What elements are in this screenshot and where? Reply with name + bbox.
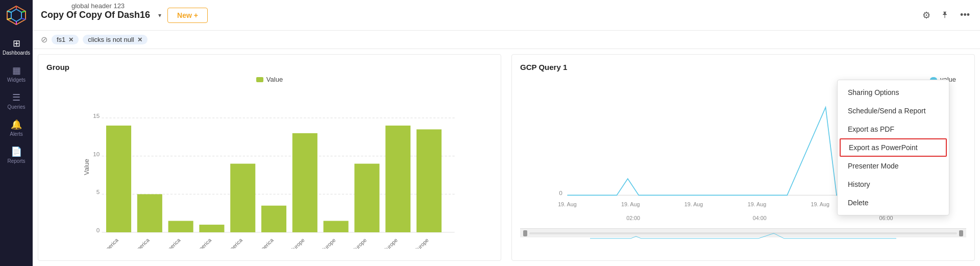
pin-icon: 🖈 <box>941 10 950 20</box>
filter-tag-clicks: clicks is not null ✕ <box>83 35 147 44</box>
svg-text:0: 0 <box>559 189 562 197</box>
title-dropdown-icon[interactable]: ▾ <box>158 12 161 19</box>
header-actions: ⚙ 🖈 ••• <box>920 8 972 23</box>
svg-text:Europe: Europe <box>413 237 430 249</box>
widgets-icon: ▦ <box>12 66 21 75</box>
sidebar-item-dashboards[interactable]: ⊞ Dashboards <box>0 34 33 61</box>
svg-line-4 <box>21 18 26 19</box>
svg-text:19. Aug: 19. Aug <box>558 201 576 207</box>
reports-icon: 📄 <box>11 147 22 156</box>
svg-text:15: 15 <box>93 112 100 119</box>
dropdown-item-sharing-options[interactable]: Sharing Options <box>838 83 949 102</box>
bar-chart-legend: Value <box>46 76 493 83</box>
gear-icon: ⚙ <box>922 10 930 20</box>
more-icon: ••• <box>960 10 970 20</box>
scrollbar-right-handle[interactable] <box>959 230 963 236</box>
bar-7 <box>292 133 317 232</box>
bar-legend-dot <box>256 77 263 82</box>
bar-6 <box>261 206 286 232</box>
sidebar-item-widgets[interactable]: ▦ Widgets <box>0 61 33 88</box>
filter-icon: ⊘ <box>41 35 47 44</box>
chart-panel-group: Group Value Value 0 5 10 15 <box>38 54 501 261</box>
scrollbar-track <box>529 232 957 234</box>
dropdown-item-presenter-mode[interactable]: Presenter Mode <box>838 157 949 175</box>
sidebar-item-label: Alerts <box>10 131 23 137</box>
svg-text:06:00: 06:00 <box>879 215 893 221</box>
filter-tag-clicks-close[interactable]: ✕ <box>137 36 142 43</box>
global-header-text: global header 123 <box>36 2 125 10</box>
sidebar-item-label: Reports <box>7 158 25 164</box>
more-options-button[interactable]: ••• <box>958 8 972 22</box>
svg-text:America: America <box>256 237 275 249</box>
bar-8 <box>324 221 349 232</box>
bar-10 <box>385 126 410 232</box>
filter-tag-fs1-close[interactable]: ✕ <box>68 36 74 43</box>
filter-bar: ⊘ fs1 ✕ clicks is not null ✕ <box>33 31 980 49</box>
line-chart-scrollbar[interactable] <box>520 228 966 237</box>
dropdown-item-delete[interactable]: Delete <box>838 194 949 212</box>
svg-text:Europe: Europe <box>320 237 337 249</box>
new-button[interactable]: New + <box>167 8 208 23</box>
settings-button[interactable]: ⚙ <box>920 8 933 23</box>
svg-text:19. Aug: 19. Aug <box>684 201 703 207</box>
dashboards-icon: ⊞ <box>13 39 20 48</box>
charts-area: Group Value Value 0 5 10 15 <box>33 49 980 266</box>
queries-icon: ☰ <box>12 93 20 102</box>
svg-line-6 <box>7 18 11 19</box>
svg-text:5: 5 <box>96 188 100 195</box>
svg-text:19. Aug: 19. Aug <box>621 201 640 207</box>
sidebar: ⊞ Dashboards ▦ Widgets ☰ Queries 🔔 Alert… <box>0 0 33 266</box>
filter-tag-fs1: fs1 ✕ <box>52 35 79 44</box>
scrollbar-preview <box>529 232 957 240</box>
bar-4 <box>199 225 224 232</box>
bar-9 <box>354 164 379 232</box>
svg-line-7 <box>7 11 11 12</box>
dropdown-item-export-powerpoint[interactable]: Export as PowerPoint <box>840 138 947 157</box>
app-container: ⊞ Dashboards ▦ Widgets ☰ Queries 🔔 Alert… <box>0 0 980 266</box>
filter-tag-fs1-label: fs1 <box>57 36 65 43</box>
bar-chart-container: Value 0 5 10 15 <box>46 85 493 249</box>
dropdown-item-schedule-send[interactable]: Schedule/Send a Report <box>838 102 949 120</box>
dashboard-title: Copy Of Copy Of Dash16 <box>41 10 150 20</box>
scrollbar-left-handle[interactable] <box>523 230 527 236</box>
svg-text:10: 10 <box>93 151 100 157</box>
sidebar-item-label: Queries <box>7 104 25 110</box>
svg-marker-1 <box>11 9 21 21</box>
svg-text:02:00: 02:00 <box>626 215 640 221</box>
svg-text:Europe: Europe <box>382 237 399 249</box>
svg-text:America: America <box>163 237 181 249</box>
svg-text:America: America <box>225 237 243 249</box>
bar-2 <box>137 194 162 232</box>
svg-text:America: America <box>132 237 151 249</box>
sidebar-item-label: Widgets <box>7 77 26 83</box>
chart-group-title: Group <box>46 63 493 71</box>
dropdown-menu: Sharing Options Schedule/Send a Report E… <box>837 80 949 215</box>
svg-text:Value: Value <box>83 159 90 175</box>
svg-text:Europe: Europe <box>289 237 306 249</box>
svg-text:0: 0 <box>96 227 100 233</box>
sidebar-item-label: Dashboards <box>3 50 30 56</box>
bar-11 <box>416 129 442 232</box>
bar-legend-label: Value <box>266 76 283 83</box>
dropdown-item-export-pdf[interactable]: Export as PDF <box>838 120 949 138</box>
filter-tag-clicks-label: clicks is not null <box>88 36 134 43</box>
pin-button[interactable]: 🖈 <box>939 8 952 22</box>
bar-1 <box>106 126 131 232</box>
main-content: global header 123 Copy Of Copy Of Dash16… <box>33 0 980 266</box>
app-logo[interactable] <box>6 5 27 26</box>
bar-chart-svg: Value 0 5 10 15 <box>46 85 493 249</box>
bar-3 <box>168 221 193 232</box>
dropdown-item-history[interactable]: History <box>838 175 949 194</box>
sidebar-item-reports[interactable]: 📄 Reports <box>0 142 33 169</box>
svg-text:America: America <box>194 237 212 249</box>
svg-text:04:00: 04:00 <box>753 215 767 221</box>
svg-text:Europe: Europe <box>351 237 368 249</box>
chart-gcp-title: GCP Query 1 <box>520 63 966 71</box>
header: Copy Of Copy Of Dash16 ▾ New + ⚙ 🖈 ••• <box>33 0 980 31</box>
alerts-icon: 🔔 <box>11 120 22 129</box>
bar-5 <box>230 164 255 232</box>
svg-text:19. Aug: 19. Aug <box>811 201 829 207</box>
sidebar-item-queries[interactable]: ☰ Queries <box>0 88 33 115</box>
sidebar-item-alerts[interactable]: 🔔 Alerts <box>0 115 33 142</box>
svg-text:America: America <box>101 237 119 249</box>
